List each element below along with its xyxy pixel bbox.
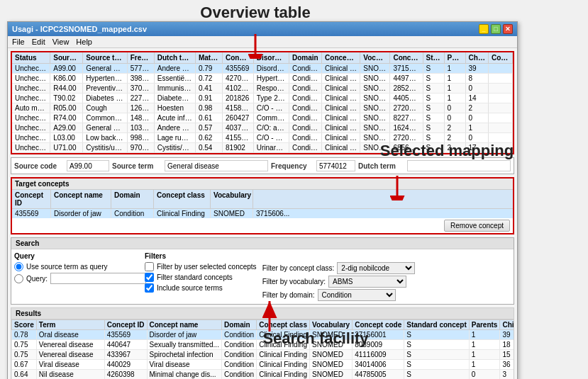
target-concepts-section: Target concepts Concept ID Concept name … — [11, 177, 514, 234]
result-row[interactable]: 0.75Venereal disease433967Spirochetal in… — [12, 350, 514, 360]
table-row[interactable]: Unchecked L03.00 Low back sy... 998249 L… — [12, 133, 513, 143]
window-controls: _ □ ✕ — [479, 24, 513, 34]
results-header-row: Score Term Concept ID Concept name Domai… — [12, 320, 514, 330]
table-row[interactable]: Unchecked A29.00 General sym... 1035167 … — [12, 123, 513, 133]
th-term: Term — [36, 320, 104, 330]
title-bar: Usagi - ICPC2SNOMED_mapped.csv _ □ ✕ — [8, 22, 517, 36]
col-standard-con: Standard con. — [423, 52, 445, 63]
frequency-label: Frequency — [271, 162, 314, 170]
target-concepts-title: Target concepts — [12, 179, 513, 190]
menu-edit[interactable]: Edit — [32, 38, 45, 46]
source-code-label: Source code — [14, 162, 64, 170]
result-row[interactable]: 0.75Venereal disease440647Sexually trans… — [12, 340, 514, 350]
filter-source-label: Include source terms — [157, 284, 223, 292]
filter-user-checkbox[interactable] — [145, 262, 154, 271]
col-concept-code: Concept code — [390, 52, 423, 63]
th-concept-class: Concept class — [154, 190, 211, 208]
th-cname: Concept name — [147, 320, 221, 330]
radio-query-label: Query: — [26, 275, 48, 283]
search-query-panel: Query Use source term as query Query: — [14, 252, 142, 301]
result-row[interactable]: 0.67Viral disease440029Viral diseaseCond… — [12, 360, 514, 370]
filter-class-select[interactable]: 2-dig nobilcode — [337, 262, 415, 274]
col-concept-class: Concept class — [322, 52, 360, 63]
filter-vocab-select[interactable]: ABMS — [328, 276, 406, 288]
filter-dropdowns: Filter by concept class: 2-dig nobilcode… — [262, 262, 416, 301]
menu-bar: File Edit View Help — [8, 36, 517, 48]
results-body: 0.78Oral disease435569Disorder of jawCon… — [12, 330, 514, 380]
menu-view[interactable]: View — [52, 38, 70, 46]
td-extra: 3715606... — [253, 209, 513, 218]
radio-custom-query[interactable] — [14, 274, 23, 283]
cell-dutch: Andere gege... — [155, 64, 196, 73]
filter-standard-checkbox[interactable] — [145, 273, 154, 282]
cell-cid: 435569 — [223, 64, 254, 73]
search-title: Search — [11, 238, 514, 249]
overview-rows: Unchecked A99.00 General dise... 5774012… — [12, 64, 513, 153]
cell-src-code: A99.00 — [50, 64, 83, 73]
th-cid: Concept ID — [104, 320, 147, 330]
remove-concept-container: Remove concept — [12, 218, 513, 233]
result-row[interactable]: 0.78Oral disease435569Disorder of jawCon… — [12, 330, 514, 340]
filter-class-row: Filter by concept class: 2-dig nobilcode — [262, 262, 416, 274]
cell-domain: Condition — [289, 64, 322, 73]
filter-user-label: Filter by user selected concepts — [157, 263, 257, 271]
col-frequency: Frequency — [128, 52, 155, 63]
filter-domain-label: Filter by domain: — [262, 291, 315, 299]
menu-file[interactable]: File — [12, 38, 25, 46]
results-scroll[interactable]: Score Term Concept ID Concept name Domai… — [11, 319, 514, 379]
query-text-input[interactable] — [50, 273, 146, 284]
frequency-input[interactable] — [316, 160, 355, 171]
filter-vocab-label: Filter by vocabulary: — [262, 278, 326, 285]
source-code-input[interactable] — [67, 160, 109, 171]
col-comment: Comment — [489, 52, 513, 63]
filter-domain-row: Filter by domain: Condition — [262, 289, 416, 301]
td-vocab: SNOMED — [211, 209, 253, 218]
source-term-input[interactable] — [165, 160, 268, 171]
overview-table-section: Status Source code Source term Frequency… — [11, 51, 514, 154]
target-row[interactable]: 435569 Disorder of jaw Condition Clinica… — [12, 209, 513, 218]
filter-source-row: Include source terms — [145, 283, 257, 293]
cell-children: 39 — [466, 64, 489, 73]
col-source-term: Source term — [83, 52, 127, 63]
cell-comment — [489, 64, 513, 73]
table-row[interactable]: Unchecked A99.00 General dise... 5774012… — [12, 64, 513, 74]
table-row[interactable]: Unchecked K86.00 Hypertension... 3987206… — [12, 74, 513, 84]
filter-domain-select[interactable]: Condition — [318, 289, 396, 301]
minimize-button[interactable]: _ — [479, 24, 489, 34]
table-row[interactable]: Unchecked R74.00 Common respi... 1485599… — [12, 113, 513, 123]
col-dutch-term: Dutch term — [155, 52, 196, 63]
results-section: Results Score Term Concept ID Concept na… — [11, 307, 514, 379]
dutch-term-input[interactable] — [407, 160, 511, 171]
th-concept-id: Concept ID — [12, 190, 51, 208]
filter-vocab-row: Filter by vocabulary: ABMS — [262, 276, 416, 288]
filter-class-label: Filter by concept class: — [262, 264, 335, 272]
radio-use-source[interactable] — [14, 262, 23, 271]
target-concepts-header: Concept ID Concept name Domain Concept c… — [12, 190, 513, 209]
source-term-label: Source term — [112, 162, 162, 170]
menu-help[interactable]: Help — [76, 38, 92, 46]
radio-query-row: Query: — [14, 273, 142, 284]
cell-class: Clinical Find... — [322, 64, 360, 73]
table-row[interactable]: Auto mapped R05.00 Cough 1268829 Hoesten… — [12, 103, 513, 113]
td-cname: Disorder of jaw — [51, 209, 111, 218]
table-row[interactable]: Unchecked T90.02 Diabetes mell... 227579… — [12, 94, 513, 103]
cell-stdcon: S — [423, 64, 445, 73]
table-row[interactable]: Unchecked U71.00 Cystitis/urinar... 9707… — [12, 143, 513, 153]
filter-standard-row: Filter standard concepts — [145, 273, 257, 282]
app-title: Usagi - ICPC2SNOMED_mapped.csv — [12, 25, 147, 33]
search-body: Query Use source term as query Query: Fi… — [11, 249, 514, 304]
cell-freq: 5774012 — [128, 64, 155, 73]
source-code-section: Source code Source term Frequency Dutch … — [11, 157, 514, 174]
td-domain: Condition — [111, 209, 154, 218]
result-row[interactable]: 0.64Nil disease4260398Minimal change dis… — [12, 370, 514, 380]
remove-concept-button[interactable]: Remove concept — [444, 220, 510, 232]
filter-source-checkbox[interactable] — [145, 283, 154, 293]
filter-standard-label: Filter standard concepts — [157, 273, 233, 281]
close-button[interactable]: ✕ — [503, 24, 513, 34]
table-row[interactable]: Unchecked R44.00 Preventive im... 370292… — [12, 84, 513, 94]
th-domain: Domain — [111, 190, 154, 208]
col-disorder: Disorder of j. — [254, 52, 289, 63]
maximize-button[interactable]: □ — [491, 24, 501, 34]
cell-parents: 1 — [445, 64, 466, 73]
cell-match: 0.79 — [196, 64, 223, 73]
